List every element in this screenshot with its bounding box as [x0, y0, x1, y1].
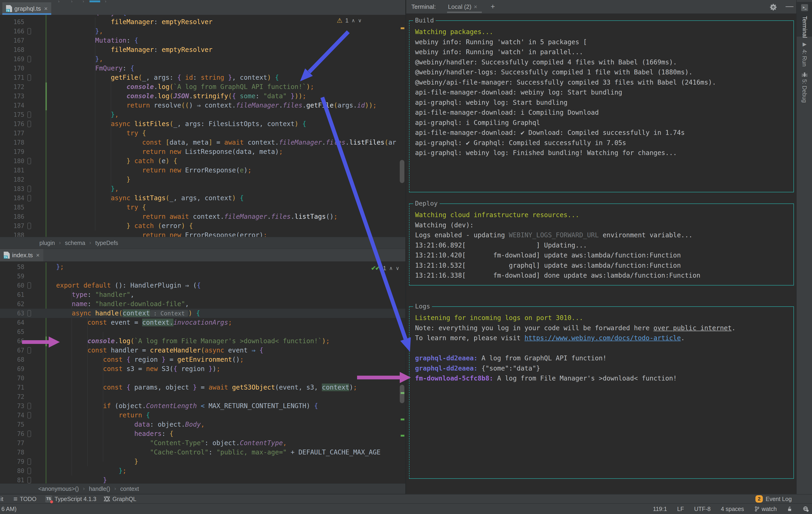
fold-marker-icon[interactable] [27, 121, 31, 127]
code-line[interactable]: 72 [0, 392, 405, 401]
line-number[interactable]: 65 [0, 327, 24, 336]
line-number[interactable]: 164 [0, 15, 24, 18]
code-line[interactable]: 175 }, [0, 110, 405, 119]
code-line[interactable]: 176 async listFiles(_, args: FilesListOp… [0, 119, 405, 129]
fold-marker-icon[interactable] [27, 477, 31, 483]
tab-graphql-ts[interactable]: TS graphql.ts × [2, 2, 51, 15]
code-line[interactable]: 171 getFile(_, args: { id: string }, con… [0, 73, 405, 82]
caret-position[interactable]: 119:1 [653, 506, 667, 512]
line-number[interactable]: 62 [0, 299, 24, 309]
breadcrumb-item[interactable]: schema [65, 240, 85, 246]
editor-graphql-ts[interactable]: 164 Query: {165 fileManager: emptyResolv… [0, 15, 405, 237]
code-line[interactable]: 67 const handler = createHandler(async e… [0, 346, 405, 355]
fold-marker-icon[interactable] [27, 458, 31, 465]
code-line[interactable]: 73 if (object.ContentLength < MAX_RETURN… [0, 401, 405, 411]
code-line[interactable]: 179 return new ListResponse(data, meta); [0, 147, 405, 156]
code-line[interactable]: 182 } [0, 175, 405, 184]
line-number[interactable]: 69 [0, 364, 24, 373]
code-line[interactable]: 170 FmQuery: { [0, 64, 405, 73]
editor1-scrollbar[interactable] [400, 160, 404, 183]
line-number[interactable]: 179 [0, 147, 24, 156]
code-line[interactable]: 186 return await context.fileManager.fil… [0, 212, 405, 221]
line-number[interactable]: 165 [0, 18, 24, 27]
next-mark-icon[interactable]: ∨ [396, 265, 399, 271]
line-number[interactable]: 188 [0, 231, 24, 237]
tab-close-icon[interactable]: × [36, 252, 40, 259]
prev-mark-icon[interactable]: ∧ [389, 265, 393, 271]
line-number[interactable]: 169 [0, 55, 24, 64]
line-number[interactable]: 166 [0, 27, 24, 36]
line-number[interactable]: 64 [0, 318, 24, 327]
code-line[interactable]: 172 console.log(`A log from GraphQL API … [0, 82, 405, 92]
inspection-widget[interactable]: ✔ ✔ 1 ∧ ∨ [371, 265, 399, 272]
line-number[interactable]: 76 [0, 429, 24, 439]
code-line[interactable]: 166 }, [0, 27, 405, 36]
next-warning-icon[interactable]: ∨ [358, 18, 362, 24]
line-number[interactable]: 58 [0, 262, 24, 272]
line-number[interactable]: 79 [0, 457, 24, 466]
line-number[interactable]: 180 [0, 156, 24, 166]
code-line[interactable]: 181 return new ErrorResponse(e); [0, 166, 405, 175]
fold-marker-icon[interactable] [27, 195, 31, 201]
code-line[interactable]: 178 const [data, meta] = await context.f… [0, 138, 405, 147]
code-line[interactable]: 188 return new ErrorResponse(error); [0, 231, 405, 237]
fold-marker-icon[interactable] [27, 412, 31, 419]
git-branch-widget[interactable]: watch [754, 506, 777, 512]
line-number[interactable]: 172 [0, 82, 24, 92]
line-number[interactable]: 74 [0, 411, 24, 420]
line-number[interactable]: 73 [0, 401, 24, 411]
event-log-button[interactable]: 2 Event Log [755, 494, 792, 503]
code-line[interactable]: 80 }; [0, 466, 405, 476]
indent-setting[interactable]: 4 spaces [721, 506, 744, 512]
fold-marker-icon[interactable] [27, 347, 31, 354]
line-ending[interactable]: LF [677, 506, 684, 512]
fold-marker-icon[interactable] [27, 56, 31, 62]
line-number[interactable]: 187 [0, 221, 24, 231]
fold-marker-icon[interactable] [27, 467, 31, 474]
todo-toolwindow-button[interactable]: ≡ TODO [13, 494, 36, 503]
line-number[interactable]: 170 [0, 64, 24, 73]
breadcrumb-item[interactable]: typeDefs [95, 240, 118, 246]
breadcrumb-item[interactable]: <anonymous>() [38, 485, 79, 492]
fold-marker-icon[interactable] [27, 74, 31, 81]
terminal-panel[interactable]: Terminal: Local (2)× + — BuildWatching p… [406, 0, 796, 494]
code-line[interactable]: 58}; [0, 262, 405, 272]
terminal-tab-close-icon[interactable]: × [474, 3, 477, 10]
code-line[interactable]: 184 async listTags(_, args, context) { [0, 193, 405, 203]
stripe-debug-button[interactable]: 5: Debug [797, 69, 812, 104]
file-encoding[interactable]: UTF-8 [694, 506, 711, 512]
terminal-settings-gear-icon[interactable] [769, 3, 777, 11]
fold-marker-icon[interactable] [27, 403, 31, 409]
fold-marker-icon[interactable] [27, 112, 31, 118]
code-line[interactable]: 180 } catch (e) { [0, 156, 405, 166]
graphql-toolwindow-button[interactable]: GraphQL [104, 494, 136, 503]
line-number[interactable]: 168 [0, 45, 24, 55]
code-line[interactable]: 173 console.log(JSON.stringify({ some: "… [0, 92, 405, 101]
line-number[interactable]: 59 [0, 272, 24, 281]
breadcrumb-item[interactable]: context [120, 485, 139, 492]
line-number[interactable]: 182 [0, 175, 24, 184]
code-line[interactable]: 174 return resolve(() ⇒ context.fileMana… [0, 101, 405, 110]
code-line[interactable]: 63 async handle(context : Context ) { [0, 309, 405, 318]
code-line[interactable]: 70 [0, 373, 405, 383]
log-link[interactable]: https://www.webiny.com/docs/todo-article [524, 334, 681, 342]
tab-index-ts[interactable]: TS index.ts × [0, 249, 44, 262]
code-line[interactable]: 65 [0, 327, 405, 336]
code-line[interactable]: 68 const { region } = getEnvironment(); [0, 355, 405, 364]
inspection-widget[interactable]: ⚠ 1 ∧ ∨ [337, 17, 362, 24]
code-line[interactable]: 75 data: object.Body, [0, 420, 405, 429]
breadcrumb-item[interactable]: handle() [89, 485, 110, 492]
new-terminal-icon[interactable]: + [491, 2, 495, 11]
code-line[interactable]: 168 fileManager: emptyResolver [0, 45, 405, 55]
line-number[interactable]: 171 [0, 73, 24, 82]
code-line[interactable]: 169 }, [0, 55, 405, 64]
fold-marker-icon[interactable] [27, 430, 31, 437]
terminal-tab-local[interactable]: Local (2)× [448, 3, 477, 10]
code-line[interactable]: 61 type: "handler", [0, 290, 405, 299]
line-number[interactable]: 173 [0, 92, 24, 101]
line-number[interactable]: 81 [0, 476, 24, 483]
fold-marker-icon[interactable] [27, 158, 31, 164]
line-number[interactable]: 176 [0, 119, 24, 129]
code-line[interactable]: 60export default (): HandlerPlugin ⇒ ({ [0, 281, 405, 290]
line-number[interactable]: 77 [0, 439, 24, 448]
